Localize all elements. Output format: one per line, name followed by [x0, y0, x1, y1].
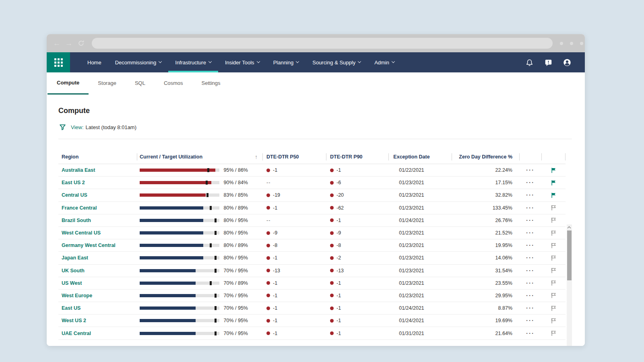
region-link[interactable]: West Europe [62, 293, 92, 298]
tab-sql[interactable]: SQL [126, 72, 155, 95]
utilization-cell: 83% / 85% [137, 189, 262, 201]
utilization-bar-fill [140, 256, 203, 259]
col-exception-date[interactable]: Exception Date [388, 150, 452, 164]
nav-item-insider-tools[interactable]: Insider Tools [218, 52, 266, 72]
address-bar[interactable] [92, 38, 553, 49]
nav-item-infrastructure[interactable]: Infrastructure [168, 52, 218, 72]
utilization-bar [140, 294, 219, 297]
col-dte-dtr-p50[interactable]: DTE-DTR P50 [262, 150, 326, 164]
scrollbar-thumb[interactable] [567, 230, 572, 280]
browser-window-controls [560, 42, 583, 45]
nav-item-home[interactable]: Home [80, 52, 108, 72]
flag-cell [541, 177, 566, 189]
region-link[interactable]: UK South [62, 268, 85, 274]
window-control-dot[interactable] [560, 42, 563, 45]
metric-value: -13 [336, 268, 344, 274]
more-options-button[interactable]: ··· [526, 193, 535, 197]
flag-outline-icon[interactable] [549, 317, 557, 325]
region-cell: UAE Central [58, 327, 137, 339]
flag-filled-icon[interactable] [549, 166, 557, 174]
vertical-scrollbar[interactable] [567, 224, 572, 346]
more-options-button[interactable]: ··· [526, 294, 535, 298]
region-link[interactable]: Brazil South [62, 218, 91, 223]
browser-refresh-button[interactable] [75, 37, 87, 49]
flag-outline-icon[interactable] [549, 279, 557, 287]
app-launcher-button[interactable] [47, 52, 70, 72]
nav-item-admin[interactable]: Admin [367, 52, 401, 72]
nav-item-sourcing-supply[interactable]: Sourcing & Supply [305, 52, 367, 72]
region-link[interactable]: Germany West Central [62, 243, 116, 248]
flag-outline-icon[interactable] [549, 329, 557, 337]
table-row: France Central80% / 89%-1-6201/23/202113… [58, 202, 566, 214]
actions-cell: ··· [519, 290, 541, 302]
more-options-button[interactable]: ··· [526, 218, 535, 222]
region-link[interactable]: Australia East [62, 167, 95, 173]
more-options-button[interactable]: ··· [526, 256, 535, 260]
region-link[interactable]: East US 2 [62, 180, 85, 185]
chevron-down-icon [296, 60, 299, 63]
chevron-down-icon [159, 60, 162, 63]
region-link[interactable]: France Central [62, 205, 97, 211]
notifications-button[interactable] [525, 58, 533, 66]
region-link[interactable]: Central US [62, 192, 87, 198]
nav-item-planning[interactable]: Planning [266, 52, 306, 72]
utilization-value: 70% / 95% [223, 318, 248, 323]
nav-item-decommissioning[interactable]: Decommissioning [108, 52, 169, 72]
more-options-button[interactable]: ··· [526, 269, 535, 273]
tab-settings[interactable]: Settings [192, 72, 230, 95]
flag-outline-icon[interactable] [549, 216, 557, 224]
view-filter[interactable]: View: Latest (today 8:01am) [59, 124, 136, 131]
tab-cosmos[interactable]: Cosmos [155, 72, 192, 95]
p50-cell: -8 [262, 239, 326, 251]
tab-storage[interactable]: Storage [89, 72, 126, 95]
tab-compute[interactable]: Compute [47, 72, 89, 95]
flag-outline-icon[interactable] [549, 292, 557, 300]
more-options-button[interactable]: ··· [526, 181, 535, 185]
window-control-dot[interactable] [580, 42, 583, 45]
flag-outline-icon[interactable] [549, 254, 557, 262]
more-options-button[interactable]: ··· [526, 206, 535, 210]
more-options-button[interactable]: ··· [526, 243, 535, 247]
metric-value: -1 [336, 293, 341, 298]
scroll-up-icon[interactable] [568, 226, 571, 230]
utilization-bar [140, 269, 219, 272]
flag-filled-icon[interactable] [549, 179, 557, 187]
flag-filled-icon[interactable] [549, 191, 557, 199]
p50-cell: -1 [262, 302, 326, 314]
more-options-button[interactable]: ··· [526, 331, 535, 335]
browser-back-button[interactable]: ← [51, 37, 63, 49]
flag-outline-icon[interactable] [549, 229, 557, 237]
more-options-button[interactable]: ··· [526, 281, 535, 285]
flag-outline-icon[interactable] [549, 241, 557, 249]
zero-day-diff-cell: 29.95% [452, 290, 519, 302]
flag-cell [541, 214, 566, 226]
region-link[interactable]: UAE Central [62, 331, 91, 336]
alert-dot-icon [330, 218, 334, 222]
browser-forward-button[interactable]: → [63, 37, 75, 49]
flag-outline-icon[interactable] [549, 204, 557, 212]
col-utilization[interactable]: Current / Target Utilization ↑ [137, 150, 262, 164]
more-options-button[interactable]: ··· [526, 231, 535, 235]
feedback-button[interactable] [544, 58, 552, 66]
alert-dot-icon [266, 319, 270, 323]
flag-outline-icon[interactable] [549, 267, 557, 275]
utilization-cell: 80% / 95% [137, 227, 262, 239]
account-button[interactable] [563, 58, 571, 66]
region-link[interactable]: US West [62, 280, 82, 286]
flag-outline-icon[interactable] [549, 304, 557, 312]
col-zero-day-difference[interactable]: Zero Day Difference % [452, 150, 519, 164]
zero-day-diff-cell: 19.95% [452, 239, 519, 251]
utilization-bar-fill [140, 193, 206, 197]
window-control-dot[interactable] [570, 42, 573, 45]
p90-cell: -9 [326, 227, 388, 239]
region-link[interactable]: West Central US [62, 230, 101, 236]
col-dte-dtr-p90[interactable]: DTE-DTR P90 [326, 150, 388, 164]
region-link[interactable]: West US 2 [62, 318, 86, 323]
more-options-button[interactable]: ··· [526, 319, 535, 323]
region-link[interactable]: Japan East [62, 255, 88, 261]
region-link[interactable]: East US [62, 305, 80, 311]
more-options-button[interactable]: ··· [526, 306, 535, 310]
col-region[interactable]: Region [58, 150, 137, 164]
more-options-button[interactable]: ··· [526, 168, 535, 172]
sort-ascending-icon[interactable]: ↑ [255, 154, 258, 160]
